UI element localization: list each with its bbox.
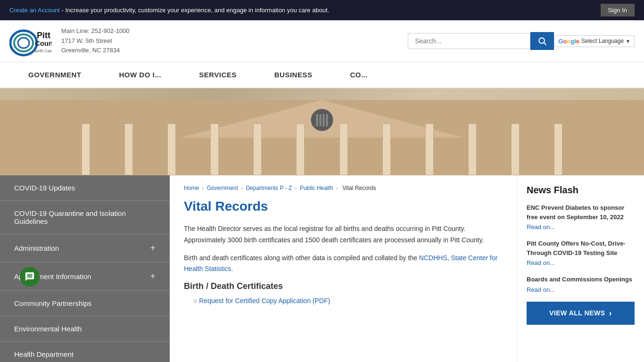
- sidebar-item-label: Administration: [14, 244, 59, 252]
- svg-point-6: [539, 38, 545, 43]
- breadcrumb-current: Vital Records: [342, 185, 376, 191]
- main-content: Home › Government › Departments P - Z › …: [170, 175, 517, 362]
- sidebar-item-administration[interactable]: Administration +: [0, 234, 170, 263]
- body-paragraph-2: Birth and death certificates along with …: [184, 253, 503, 275]
- search-button[interactable]: [530, 32, 554, 50]
- hero-image: [0, 88, 644, 175]
- breadcrumb-separator: ›: [241, 185, 244, 191]
- section-title: Birth / Death Certificates: [184, 281, 503, 291]
- nav-services[interactable]: SERVICES: [180, 62, 256, 87]
- breadcrumb-home[interactable]: Home: [184, 185, 199, 191]
- nav-government[interactable]: GOVERNMENT: [9, 62, 100, 87]
- news-read-on-0[interactable]: Read on...: [527, 223, 635, 230]
- page-container: COVID-19 Updates COVID-19 Quarantine and…: [0, 175, 644, 362]
- view-all-label: VIEW ALL NEWS: [549, 309, 605, 317]
- logo-svg: Pitt County North Carolina: [9, 25, 52, 57]
- sidebar-item-label: COVID-19 Updates: [14, 184, 75, 192]
- google-logo: Google: [558, 38, 579, 45]
- building-image: [0, 88, 644, 175]
- sidebar-item-label: Health Department: [14, 350, 74, 358]
- nav-how-do-i[interactable]: HOW DO I...: [100, 62, 181, 87]
- breadcrumb-public-health[interactable]: Public Health: [300, 185, 333, 191]
- sidebar-item-health-department[interactable]: Health Department: [0, 342, 170, 362]
- nav-business[interactable]: BUSINESS: [256, 62, 331, 87]
- breadcrumb-separator: ›: [295, 185, 298, 191]
- news-item-1: Pitt County Offers No-Cost, Drive-Throug…: [527, 239, 635, 266]
- nav-community[interactable]: CO...: [331, 62, 387, 87]
- expand-icon: +: [150, 243, 156, 254]
- main-nav: GOVERNMENT HOW DO I... SERVICES BUSINESS…: [0, 62, 644, 88]
- breadcrumb-government[interactable]: Government: [207, 185, 238, 191]
- cert-list: Request for Certified Copy Application (…: [184, 297, 503, 304]
- svg-point-2: [18, 38, 29, 48]
- create-account-link[interactable]: Create an Account: [9, 7, 60, 14]
- translate-label: Select Language: [581, 38, 624, 44]
- body-p2-text: Birth and death certificates along with …: [184, 254, 419, 262]
- svg-point-1: [14, 34, 33, 51]
- chat-bubble-button[interactable]: [20, 267, 40, 287]
- body-p2-end: .: [231, 265, 233, 272]
- top-bar-text: - Increase your productivity, customize …: [60, 7, 329, 14]
- news-item-2: Boards and Commissions Openings Read on.…: [527, 275, 635, 293]
- address-line1: 1717 W. 5th Street: [61, 36, 130, 46]
- top-bar-message: Create an Account - Increase your produc…: [9, 7, 329, 14]
- sidebar-item-community-partnerships[interactable]: Community Partnerships: [0, 291, 170, 316]
- arrow-right-icon: ›: [609, 308, 612, 318]
- news-item-text-0: ENC Prevent Diabetes to sponsor free eve…: [527, 203, 635, 222]
- svg-line-7: [544, 43, 546, 45]
- contact-info: Main Line: 252-902-1000 1717 W. 5th Stre…: [61, 26, 130, 56]
- news-item-text-1: Pitt County Offers No-Cost, Drive-Throug…: [527, 239, 635, 257]
- body-paragraph-1: The Health Director serves as the local …: [184, 223, 503, 246]
- sidebar-item-label: Community Partnerships: [14, 299, 91, 307]
- svg-text:County: County: [35, 39, 52, 47]
- sidebar-item-covid19-quarantine[interactable]: COVID-19 Quarantine and Isolation Guidel…: [0, 201, 170, 234]
- view-all-news-button[interactable]: VIEW ALL NEWS ›: [527, 302, 635, 325]
- breadcrumb-departments[interactable]: Departments P - Z: [246, 185, 292, 191]
- sign-in-button[interactable]: Sign In: [601, 4, 635, 16]
- address-line2: Greenville, NC 27834: [61, 46, 130, 56]
- page-body: The Health Director serves as the local …: [184, 223, 503, 304]
- chevron-down-icon: ▼: [626, 39, 630, 44]
- logo-area: Pitt County North Carolina: [9, 25, 52, 57]
- building-vent: [309, 107, 335, 133]
- sidebar-item-environmental-health[interactable]: Environmental Health: [0, 316, 170, 342]
- breadcrumb-separator: ›: [336, 185, 339, 191]
- news-read-on-2[interactable]: Read on...: [527, 286, 635, 293]
- search-input[interactable]: [408, 33, 530, 49]
- cert-list-item: Request for Certified Copy Application (…: [193, 297, 503, 304]
- news-item-0: ENC Prevent Diabetes to sponsor free eve…: [527, 203, 635, 230]
- svg-text:Pitt: Pitt: [37, 31, 50, 40]
- google-translate[interactable]: Google Select Language ▼: [554, 35, 635, 47]
- top-bar: Create an Account - Increase your produc…: [0, 0, 644, 20]
- sidebar-item-covid19-updates[interactable]: COVID-19 Updates: [0, 175, 170, 201]
- breadcrumb-separator: ›: [202, 185, 205, 191]
- news-item-text-2: Boards and Commissions Openings: [527, 275, 635, 284]
- expand-icon: +: [150, 271, 156, 282]
- news-title: News Flash: [527, 185, 635, 196]
- breadcrumb: Home › Government › Departments P - Z › …: [184, 185, 503, 191]
- page-title: Vital Records: [184, 199, 503, 214]
- search-area: Google Select Language ▼: [408, 32, 635, 50]
- sidebar-item-label: COVID-19 Quarantine and Isolation Guidel…: [14, 209, 156, 225]
- svg-text:North Carolina: North Carolina: [33, 49, 52, 53]
- cert-link[interactable]: Request for Certified Copy Application (…: [199, 297, 330, 304]
- header: Pitt County North Carolina Main Line: 25…: [0, 20, 644, 62]
- news-panel: News Flash ENC Prevent Diabetes to spons…: [517, 175, 644, 362]
- news-read-on-1[interactable]: Read on...: [527, 259, 635, 266]
- main-line: Main Line: 252-902-1000: [61, 26, 130, 36]
- sidebar-item-label: Environmental Health: [14, 325, 82, 333]
